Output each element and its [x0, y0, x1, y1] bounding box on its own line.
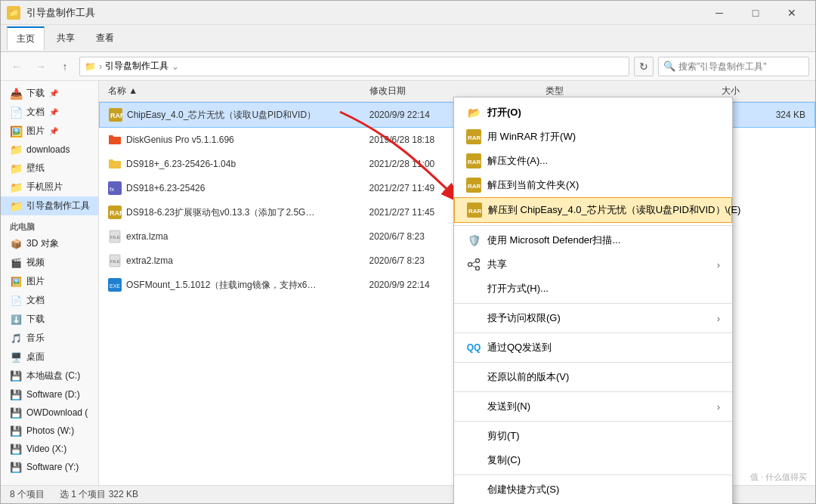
close-button[interactable]: ✕: [774, 2, 809, 24]
ctx-item-qq-send[interactable]: QQ 通过QQ发送到: [454, 335, 732, 360]
ctx-item-defender[interactable]: 🛡️ 使用 Microsoft Defender扫描...: [454, 228, 732, 252]
svg-text:fx: fx: [110, 186, 114, 193]
ctx-item-extract[interactable]: RAR 解压文件(A)...: [454, 149, 732, 173]
watermark: 值 · 什么值得买: [750, 472, 807, 483]
breadcrumb[interactable]: 📁 › 引导盘制作工具 ⌄: [79, 57, 629, 76]
context-menu: 📂 打开(O) RAR 用 WinRAR 打开(W) RAR 解压文件(A)..…: [453, 97, 733, 504]
sidebar-item-docs[interactable]: 📄 文档 📌: [1, 103, 98, 122]
ctx-item-send-to[interactable]: 发送到(N) ›: [454, 394, 732, 419]
arrow-icon: ›: [717, 401, 720, 413]
svg-text:FILE: FILE: [110, 259, 120, 264]
hdd-icon: 💾: [10, 461, 22, 473]
file-name: DiskGenius Pro v5.1.1.696: [105, 129, 366, 150]
folder-icon: [108, 157, 122, 171]
extract-here-icon: RAR: [466, 178, 481, 193]
empty-icon: [466, 369, 481, 385]
sidebar-item-label: 引导盘制作工具: [26, 199, 90, 212]
folder-icon: 🖼️: [10, 125, 22, 138]
sidebar-item-label: 本地磁盘 (C:): [26, 369, 80, 382]
sidebar-item-bootdisk[interactable]: 📁 引导盘制作工具: [1, 196, 98, 215]
svg-text:EXE: EXE: [110, 283, 120, 289]
folder-icon: 🖼️: [10, 276, 22, 288]
minimize-button[interactable]: ─: [702, 2, 737, 24]
ctx-separator: [454, 332, 732, 333]
svg-text:RAR: RAR: [110, 112, 122, 119]
back-button[interactable]: ←: [7, 57, 26, 76]
ctx-item-open[interactable]: 📂 打开(O): [454, 100, 732, 125]
svg-line-24: [471, 265, 476, 267]
sidebar-item-dl[interactable]: ⬇️ 下载: [1, 310, 98, 329]
extract-icon: RAR: [466, 153, 481, 169]
ctx-item-copy[interactable]: 复制(C): [454, 448, 732, 472]
refresh-button[interactable]: ↻: [634, 57, 654, 76]
sidebar-item-label: 图片: [26, 125, 45, 138]
ctx-item-extract-to[interactable]: RAR 解压到 ChipEasy_4.0_芯片无忧（读取U盘PID和VID）\(…: [454, 197, 732, 223]
svg-text:RAR: RAR: [468, 159, 481, 165]
sidebar-item-w[interactable]: 💾 Photos (W:): [1, 422, 98, 440]
sidebar-item-pics[interactable]: 🖼️ 图片: [1, 272, 98, 291]
sidebar-item-y[interactable]: 💾 Software (Y:): [1, 458, 98, 476]
folder-icon: 🖥️: [10, 351, 22, 363]
col-header-name[interactable]: 名称 ▲: [105, 81, 366, 101]
sidebar-item-pictures[interactable]: 🖼️ 图片 📌: [1, 122, 98, 141]
fx-icon: fx: [108, 181, 122, 195]
window-icon: 📁: [7, 6, 20, 20]
window-title: 引导盘制作工具: [26, 6, 702, 20]
sidebar-item-wallpaper[interactable]: 📁 壁纸: [1, 159, 98, 178]
section-thispc: 此电脑: [1, 215, 98, 234]
sidebar-item-label: 下载: [26, 313, 45, 326]
tab-share[interactable]: 共享: [48, 27, 84, 49]
sidebar-item-desktop[interactable]: 🖥️ 桌面: [1, 348, 98, 366]
sidebar-item-music[interactable]: 🎵 音乐: [1, 329, 98, 348]
search-input[interactable]: [678, 61, 804, 72]
folder-icon: 📦: [10, 238, 22, 250]
ctx-item-grant-access[interactable]: 授予访问权限(G) ›: [454, 306, 732, 330]
ctx-item-restore[interactable]: 还原以前的版本(V): [454, 365, 732, 389]
file-icon: FILE: [108, 254, 122, 267]
exe-icon: EXE: [108, 278, 122, 292]
ctx-item-winrar-open[interactable]: RAR 用 WinRAR 打开(W): [454, 125, 732, 149]
tab-home[interactable]: 主页: [7, 26, 45, 50]
sidebar-item-documents[interactable]: 📄 文档: [1, 291, 98, 310]
empty-icon: [466, 281, 481, 296]
sidebar-item-label: 图片: [26, 275, 45, 288]
sidebar-item-c[interactable]: 💾 本地磁盘 (C:): [1, 366, 98, 385]
ctx-separator: [454, 303, 732, 304]
sidebar-item-d[interactable]: 💾 Software (D:): [1, 385, 98, 404]
sidebar-item-label: 下载: [26, 87, 45, 100]
sidebar-item-phone-photos[interactable]: 📁 手机照片: [1, 178, 98, 196]
ctx-item-cut[interactable]: 剪切(T): [454, 424, 732, 448]
sidebar-item-x[interactable]: 💾 Video (X:): [1, 440, 98, 458]
sidebar-item-downloads2[interactable]: 📁 downloads: [1, 141, 98, 159]
file-icon: FILE: [108, 230, 122, 243]
maximize-button[interactable]: □: [738, 2, 773, 24]
ctx-item-share[interactable]: 共享 ›: [454, 252, 732, 277]
ctx-item-open-with[interactable]: 打开方式(H)...: [454, 277, 732, 301]
folder-icon: 📄: [10, 107, 22, 119]
ctx-separator: [454, 225, 732, 226]
sidebar-item-video[interactable]: 🎬 视频: [1, 253, 98, 272]
sidebar-item-label: Video (X:): [26, 444, 66, 454]
ribbon: 主页 共享 查看: [1, 25, 815, 52]
ctx-separator: [454, 391, 732, 392]
ctx-item-shortcut[interactable]: 创建快捷方式(S): [454, 478, 732, 502]
file-name: EXE OSFMount_1.5.1012（挂载img镜像，支持x6…: [105, 274, 366, 295]
folder-icon: 🎵: [10, 332, 22, 345]
sidebar-item-3d[interactable]: 📦 3D 对象: [1, 234, 98, 253]
ctx-item-extract-here[interactable]: RAR 解压到当前文件夹(X): [454, 173, 732, 197]
sidebar-item-label: 手机照片: [26, 181, 63, 193]
open-icon: 📂: [466, 105, 481, 120]
sidebar-item-ow[interactable]: 💾 OWDownload (: [1, 404, 98, 422]
file-name: RAR DS918-6.23扩展驱动包v0.13.3（添加了2.5G…: [105, 202, 366, 223]
up-button[interactable]: ↑: [55, 57, 75, 76]
sidebar-item-label: 文档: [26, 106, 45, 119]
svg-text:RAR: RAR: [468, 135, 481, 141]
empty-icon: [466, 428, 481, 444]
forward-button[interactable]: →: [31, 57, 51, 76]
sidebar-item-download[interactable]: 📥 下载 📌: [1, 84, 98, 103]
folder-icon: ⬇️: [10, 314, 22, 326]
search-bar: 🔍: [658, 57, 809, 76]
svg-line-23: [471, 261, 476, 264]
breadcrumb-path: 引导盘制作工具: [105, 60, 168, 73]
tab-view[interactable]: 查看: [87, 27, 123, 49]
